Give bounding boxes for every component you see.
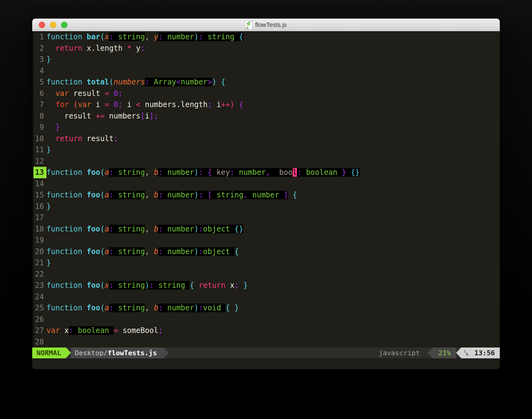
code-token: numbers bbox=[105, 112, 141, 120]
code-token: : bbox=[109, 281, 113, 290]
code-token: ]; bbox=[149, 112, 158, 120]
code-token: string bbox=[114, 304, 145, 312]
line-number: 24 bbox=[32, 291, 46, 303]
code-token: < bbox=[132, 100, 141, 109]
code-token: number bbox=[234, 168, 266, 177]
code-line[interactable]: 2 return x.length * y; bbox=[32, 43, 500, 54]
file-path: Desktop/flowTests.js bbox=[71, 348, 164, 358]
code-token: numbers bbox=[114, 78, 145, 86]
code-token: foo bbox=[87, 304, 100, 312]
filetype-indicator: javascript bbox=[371, 348, 428, 358]
code-token: x.length bbox=[82, 44, 123, 53]
code-token: ; bbox=[158, 326, 163, 335]
code-token: i bbox=[123, 100, 132, 109]
code-token bbox=[230, 225, 234, 233]
code-token: string bbox=[114, 281, 145, 290]
code-line[interactable]: 9 } bbox=[32, 122, 500, 133]
code-line-text: function foo(a: string, b: number):objec… bbox=[46, 223, 243, 235]
code-token: number bbox=[163, 32, 194, 41]
code-line[interactable]: 18function foo(a: string, b: number):obj… bbox=[32, 223, 500, 235]
powerline-separator-icon bbox=[456, 348, 461, 358]
vim-command-line[interactable] bbox=[32, 358, 500, 369]
code-token: key bbox=[212, 168, 230, 177]
code-line[interactable]: 3} bbox=[32, 54, 500, 65]
code-token bbox=[149, 32, 154, 41]
code-token: Array bbox=[149, 78, 176, 86]
code-line[interactable]: 28 bbox=[32, 336, 500, 348]
code-token: foo bbox=[87, 225, 100, 233]
code-line[interactable]: 1function bar(x: string, y: number): str… bbox=[32, 31, 500, 43]
code-line-text: return x.length * y; bbox=[46, 43, 145, 54]
code-line[interactable]: 26 bbox=[32, 314, 500, 325]
code-token bbox=[185, 281, 190, 290]
code-line[interactable]: 23function foo(x: string): string { retu… bbox=[32, 280, 500, 291]
line-number: 3 bbox=[32, 54, 46, 65]
code-token: y bbox=[132, 44, 141, 53]
code-editor-area[interactable]: 1function bar(x: string, y: number): str… bbox=[32, 31, 500, 348]
line-number: 10 bbox=[32, 133, 46, 145]
code-token: , bbox=[145, 168, 149, 177]
code-token: , bbox=[243, 191, 248, 199]
code-line[interactable]: 7 for (var i = 0; i < numbers.length; i+… bbox=[32, 99, 500, 110]
line-number: 26 bbox=[32, 314, 46, 325]
line-number: 9 bbox=[32, 122, 46, 133]
code-line-text: function bar(x: string, y: number): stri… bbox=[46, 31, 243, 43]
code-token: ; bbox=[234, 281, 239, 290]
title-bar[interactable]: JS flowTests.js bbox=[32, 19, 500, 31]
line-number: 23 bbox=[32, 280, 46, 291]
code-line[interactable]: 24 bbox=[32, 291, 500, 303]
close-button[interactable] bbox=[39, 22, 45, 28]
code-token: : bbox=[109, 304, 113, 312]
code-line[interactable]: 13function foo(a: string, b: number): { … bbox=[32, 167, 500, 178]
code-line[interactable]: 8 result += numbers[i]; bbox=[32, 110, 500, 122]
code-line[interactable]: 14 bbox=[32, 178, 500, 190]
line-number: 17 bbox=[32, 212, 46, 223]
powerline-separator-icon bbox=[66, 348, 71, 358]
code-token: ++ bbox=[221, 100, 230, 109]
code-token: var bbox=[46, 326, 60, 335]
code-token: [ bbox=[203, 191, 212, 199]
code-token: string bbox=[114, 247, 145, 256]
code-line[interactable]: 21} bbox=[32, 257, 500, 269]
code-token: string bbox=[114, 191, 145, 199]
minimize-button[interactable] bbox=[50, 22, 56, 28]
code-token: ; bbox=[140, 44, 145, 53]
code-line[interactable]: 6 var result = 0; bbox=[32, 88, 500, 99]
code-line[interactable]: 10 return result; bbox=[32, 133, 500, 145]
code-line[interactable]: 25function foo(a: string, b: number):voi… bbox=[32, 302, 500, 314]
code-token: number bbox=[163, 247, 194, 256]
line-number: 18 bbox=[32, 223, 46, 235]
code-token: : bbox=[198, 247, 203, 256]
code-line[interactable]: 4 bbox=[32, 65, 500, 77]
code-token: a bbox=[105, 247, 109, 256]
code-token: function bbox=[46, 225, 87, 233]
code-token: result bbox=[69, 89, 100, 98]
code-line[interactable]: 16} bbox=[32, 201, 500, 212]
code-token: return bbox=[46, 134, 82, 143]
code-token: bar bbox=[87, 32, 100, 41]
code-line[interactable]: 22 bbox=[32, 269, 500, 280]
code-token: : bbox=[158, 191, 163, 199]
code-token: function bbox=[46, 32, 87, 41]
code-line[interactable]: 20function foo(a: string, b: number):obj… bbox=[32, 246, 500, 257]
code-line[interactable]: 12 bbox=[32, 156, 500, 167]
code-token: y bbox=[154, 32, 158, 41]
code-token: foo bbox=[87, 168, 100, 177]
code-token: string bbox=[154, 281, 185, 290]
code-token: } bbox=[46, 55, 51, 64]
zoom-button[interactable] bbox=[61, 22, 68, 28]
code-line[interactable]: 15function foo(a: string, b: number): [ … bbox=[32, 189, 500, 201]
line-number: 25 bbox=[32, 302, 46, 314]
line-number: 8 bbox=[32, 110, 46, 122]
code-token: function bbox=[46, 304, 87, 312]
code-line[interactable]: 17 bbox=[32, 212, 500, 223]
window-title: flowTests.js bbox=[255, 21, 287, 28]
code-token: ) bbox=[194, 225, 198, 233]
code-token: : bbox=[158, 247, 163, 256]
code-line[interactable]: 19 bbox=[32, 235, 500, 246]
code-line[interactable]: 27var x: boolean = someBool; bbox=[32, 325, 500, 336]
code-line[interactable]: 5function total(numbers: Array<number>) … bbox=[32, 76, 500, 88]
code-line[interactable]: 11} bbox=[32, 144, 500, 156]
code-line-text: function foo(x: string): string { return… bbox=[46, 280, 248, 291]
code-token: : bbox=[230, 168, 234, 177]
